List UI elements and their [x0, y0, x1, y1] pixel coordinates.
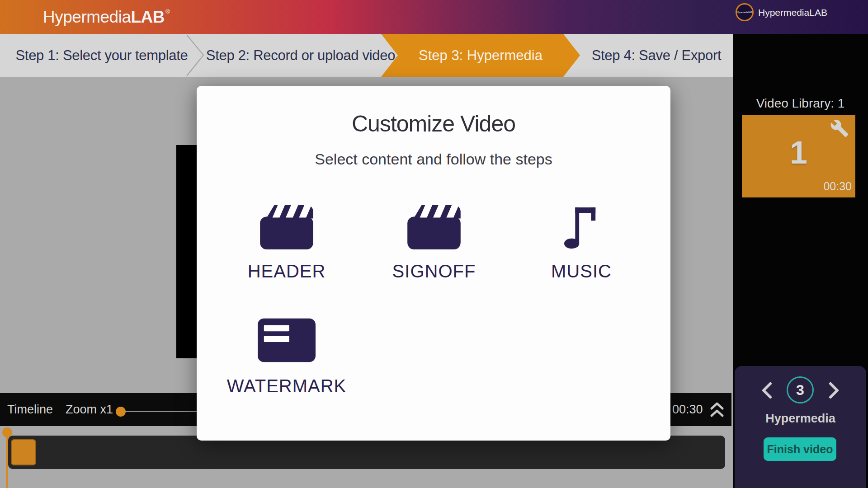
tab-step-2[interactable]: Step 2: Record or upload video [203, 34, 398, 77]
brand-logo-text-bold: LAB [131, 8, 165, 27]
timeline-label: Timeline [7, 393, 53, 426]
option-header[interactable]: HEADER [214, 204, 359, 282]
next-step-icon[interactable] [828, 382, 840, 399]
tab-step-1[interactable]: Step 1: Select your template [0, 34, 203, 77]
registered-mark: ® [165, 8, 170, 15]
zoom-level-label: Zoom x1 [66, 393, 113, 426]
clapperboard-icon [407, 205, 461, 249]
app-header: HypermediaLAB® HypermediaLAB HypermediaL… [0, 0, 868, 34]
tab-step-3-active[interactable]: Step 3: Hypermedia [381, 34, 580, 77]
option-label: WATERMARK [214, 376, 359, 396]
customize-video-modal: Customize Video Select content and follo… [197, 86, 670, 441]
library-video-thumbnail[interactable]: 1 00:30 [742, 115, 855, 197]
playhead-line [6, 432, 8, 488]
library-title: Video Library: 1 [733, 96, 868, 111]
brand-logo: HypermediaLAB® [43, 0, 170, 34]
option-music[interactable]: MUSIC [509, 204, 654, 282]
timeline-duration: 00:30 [672, 393, 703, 426]
tab-separator-icon [186, 34, 205, 77]
modal-subtitle: Select content and follow the steps [197, 150, 670, 168]
app: HypermediaLAB® HypermediaLAB HypermediaL… [0, 0, 868, 488]
current-step-label: Hypermedia [735, 412, 866, 426]
music-note-icon [564, 204, 599, 249]
timeline-clip[interactable] [11, 439, 36, 465]
brand-logo-text: Hypermedia [43, 8, 131, 27]
video-library-sidebar: Video Library: 1 1 00:30 3 Hypermedia [733, 34, 868, 488]
tab-step-4[interactable]: Step 4: Save / Export [580, 34, 733, 77]
clapperboard-icon [260, 205, 313, 249]
thumbnail-number: 1 [742, 135, 855, 171]
thumbnail-duration: 00:30 [823, 180, 852, 193]
account-menu[interactable]: HypermediaLAB HypermediaLAB [687, 0, 868, 34]
option-signoff[interactable]: SIGNOFF [362, 204, 506, 282]
current-step-badge: 3 [787, 376, 814, 404]
account-name: HypermediaLAB [758, 0, 827, 25]
modal-title: Customize Video [197, 111, 670, 137]
watermark-icon [258, 318, 316, 362]
finish-video-button[interactable]: Finish video [764, 437, 836, 461]
collapse-timeline-icon[interactable] [710, 402, 724, 418]
option-label: SIGNOFF [362, 261, 506, 282]
option-watermark[interactable]: WATERMARK [214, 317, 359, 396]
timeline-track[interactable] [8, 436, 725, 469]
step-tabbar: Step 1: Select your template Step 2: Rec… [0, 34, 733, 77]
previous-step-icon[interactable] [761, 382, 773, 399]
zoom-slider-handle[interactable] [116, 407, 126, 417]
step-navigation: 3 [735, 376, 866, 404]
avatar-text: HypermediaLAB [737, 11, 752, 14]
option-label: HEADER [214, 261, 359, 282]
option-label: MUSIC [509, 261, 654, 282]
avatar[interactable]: HypermediaLAB [736, 3, 754, 21]
current-step-number: 3 [796, 382, 804, 399]
step-navigation-panel: 3 Hypermedia Finish video [735, 366, 866, 488]
